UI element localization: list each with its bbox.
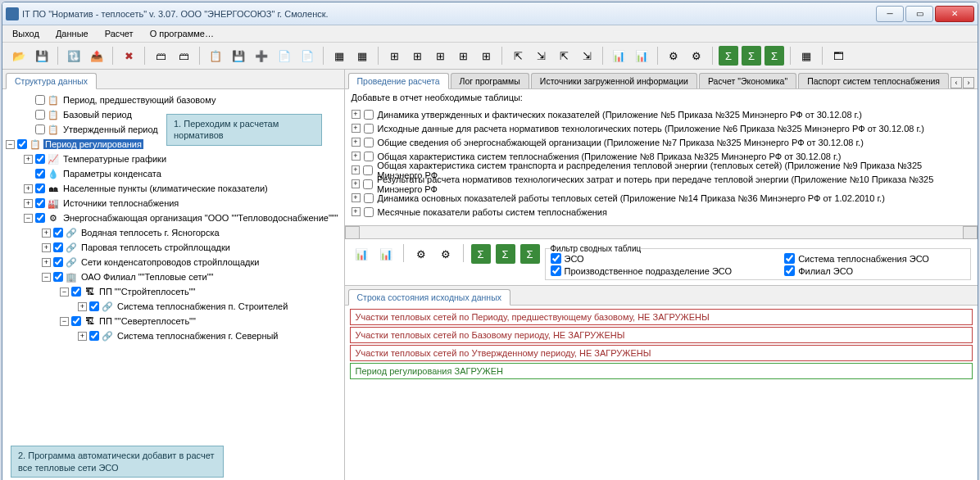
toolbar-t7-icon[interactable]: ⊞ [476,46,496,66]
expand-icon[interactable]: + [352,138,361,147]
expand-icon[interactable]: + [352,179,361,188]
tree-checkbox[interactable] [35,169,45,179]
tree-item[interactable]: 💧Параметры конденсата [6,166,341,181]
expand-icon[interactable]: + [42,243,51,252]
tree-item[interactable]: +🔗Система теплоснабжения п. Строителей [6,299,341,314]
tree-item[interactable]: −🏗ПП ""Стройтеплосеть"" [6,284,341,299]
toolbar-grid-icon[interactable]: ▦ [796,46,816,66]
expand-icon[interactable]: + [42,258,51,267]
toolbar-table1-icon[interactable]: ▦ [329,46,349,66]
expand-icon[interactable]: + [24,184,33,193]
tree-item[interactable]: 📋Период, предшествующий базовому [6,93,341,107]
tree-item[interactable]: +🔗Водяная теплосеть г. Ясногорска [6,225,341,240]
tree-checkbox[interactable] [53,242,63,252]
expand-icon[interactable]: + [42,229,51,238]
report-item[interactable]: +Динамика утвержденных и фактических пок… [352,107,972,121]
tree-checkbox[interactable] [53,272,63,282]
tab-scroll-left-icon[interactable]: ‹ [951,77,962,88]
expand-icon[interactable]: + [352,193,361,202]
expand-icon[interactable]: + [352,152,361,161]
tree-item[interactable]: +🔗Паровая теплосеть стройплощадки [6,240,341,255]
tree-checkbox[interactable] [35,183,45,193]
report-checkbox[interactable] [364,207,374,217]
menu-about[interactable]: О программе… [147,27,217,40]
toolbar-t3-icon[interactable]: ⊞ [384,46,404,66]
collapse-icon[interactable]: − [6,140,15,149]
close-button[interactable]: ✕ [935,6,974,22]
toolbar-t5-icon[interactable]: ⊞ [430,46,450,66]
report-item[interactable]: +Динамика основных показателей работы те… [352,191,972,205]
tree-item[interactable]: −🏢ОАО Филиал ""Тепловые сети"" [6,269,341,284]
tree-checkbox[interactable] [53,257,63,267]
tab-calculation[interactable]: Проведение расчета [348,73,449,89]
toolbar-copy-icon[interactable]: 📋 [206,46,225,66]
toolbar-net1-icon[interactable]: ⚙ [664,46,683,66]
expand-icon[interactable]: + [78,332,87,341]
report-item[interactable]: +Результаты расчета нормативов технологи… [352,177,972,191]
tree-checkbox[interactable] [35,95,45,105]
tree-checkbox[interactable] [71,287,81,297]
expand-icon[interactable]: + [24,199,33,208]
report-item[interactable]: +Исходные данные для расчета нормативов … [352,121,972,135]
collapse-icon[interactable]: − [60,317,69,326]
report-checkbox[interactable] [364,193,374,203]
tab-scroll-right-icon[interactable]: › [963,77,974,88]
report-checkbox[interactable] [364,138,374,147]
tab-log[interactable]: Лог программы [451,73,529,88]
toolbar-tree4-icon[interactable]: ⇲ [577,46,597,66]
toolbar-sigma3-icon[interactable]: Σ [764,46,784,66]
tab-structure[interactable]: Структура данных [6,73,97,89]
toolbar-net2-icon[interactable]: ⚙ [687,46,706,66]
tab-economics[interactable]: Расчет "Экономика" [699,73,796,88]
collapse-icon[interactable]: − [42,273,51,282]
collapse-icon[interactable]: − [60,288,69,297]
filter-system[interactable]: Система теплоснабжения ЭСО [784,253,965,264]
toolbar-t6-icon[interactable]: ⊞ [453,46,473,66]
sub-sigma1-icon[interactable]: Σ [471,244,491,264]
tab-status[interactable]: Строка состояния исходных данных [348,289,510,306]
toolbar-report1-icon[interactable]: 📊 [609,46,628,66]
menu-calc[interactable]: Расчет [102,27,137,40]
toolbar-last-icon[interactable]: 🗔 [828,46,848,66]
tree-checkbox[interactable] [53,228,63,238]
toolbar-save-icon[interactable]: 💾 [32,46,52,66]
tree-checkbox[interactable] [35,110,45,120]
report-checkbox[interactable] [363,179,373,189]
toolbar-delete-icon[interactable]: ✖ [119,46,138,66]
report-checkbox[interactable] [364,124,374,134]
sub-report1-icon[interactable]: 📊 [352,244,371,264]
filter-branch[interactable]: Филиал ЭСО [784,265,965,276]
tree-item[interactable]: −⚙Энергоснабжающая организация "ООО ""Те… [6,211,341,225]
tree-item[interactable]: +🏭Источники теплоснабжения [6,196,341,211]
toolbar-tree2-icon[interactable]: ⇲ [531,46,551,66]
toolbar-report2-icon[interactable]: 📊 [632,46,651,66]
toolbar-table2-icon[interactable]: ▦ [352,46,372,66]
toolbar-open-icon[interactable]: 📂 [9,46,29,66]
sub-net2-icon[interactable]: ⚙ [436,244,456,264]
expand-icon[interactable]: + [352,207,361,216]
tree-item[interactable]: +🔗Сети конденсатопроводов стройплощадки [6,255,341,269]
toolbar-t4-icon[interactable]: ⊞ [407,46,427,66]
report-checkbox[interactable] [363,165,373,175]
tree-checkbox[interactable] [35,154,45,164]
report-item[interactable]: +Общие сведения об энергоснабжающей орга… [352,135,972,149]
expand-icon[interactable]: + [352,165,361,174]
tree-checkbox[interactable] [35,213,45,223]
toolbar-sigma1-icon[interactable]: Σ [719,46,738,66]
report-item[interactable]: +Месячные показатели работы систем тепло… [352,205,972,219]
toolbar-tree3-icon[interactable]: ⇱ [554,46,574,66]
tree-checkbox[interactable] [71,316,81,326]
filter-eso[interactable]: ЭСО [551,253,769,264]
toolbar-save2-icon[interactable]: 💾 [229,46,248,66]
sub-sigma3-icon[interactable]: Σ [520,244,540,264]
sub-sigma2-icon[interactable]: Σ [496,244,515,264]
tree-item[interactable]: +🔗Система теплоснабжения г. Северный [6,328,341,343]
menu-exit[interactable]: Выход [9,27,43,40]
tab-passport[interactable]: Паспорт систем теплоснабжения [798,73,949,88]
tree-checkbox[interactable] [89,331,99,341]
toolbar-paste-icon[interactable]: 📄 [274,46,294,66]
report-checkbox[interactable] [364,152,374,161]
toolbar-sigma2-icon[interactable]: Σ [742,46,761,66]
tree-item[interactable]: −🏗ПП ""Севертеплосеть"" [6,314,341,328]
toolbar-export-icon[interactable]: 📤 [87,46,107,66]
